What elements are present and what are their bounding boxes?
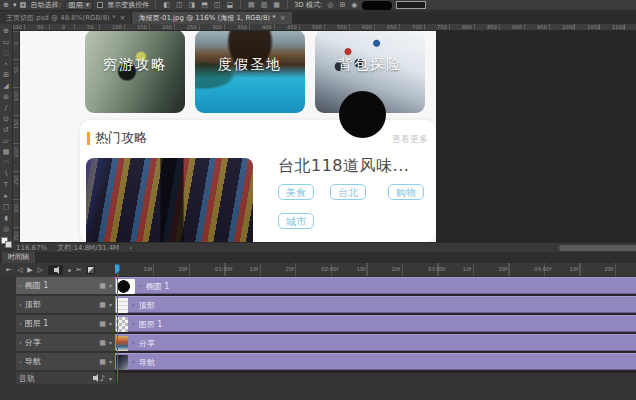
first-frame-button[interactable]: ⇤ [6,266,12,274]
type-tool-icon[interactable]: T [1,180,12,190]
track-header-2[interactable]: ›顶部▦▾ [16,296,115,313]
eraser-tool-icon[interactable]: ▱ [1,136,12,146]
magic-wand-tool-icon[interactable]: ⋆ [1,59,12,69]
history-brush-tool-icon[interactable]: ↺ [1,125,12,135]
track-header-5[interactable]: ›导航▦▾ [16,353,115,370]
distribute-v-icon[interactable]: ▤ [248,1,255,9]
hand-tool-icon[interactable]: ◖ [1,213,12,223]
ruler-tick-label: 550 [337,24,347,30]
speaker-icon [54,268,57,272]
tab-close-icon[interactable]: × [120,14,126,22]
expand-chevron-icon[interactable]: › [19,358,22,366]
ruler-tick-label: 100 [13,91,19,101]
card-title: 度假圣地 [195,56,305,74]
scissors-button[interactable]: ✂ [76,266,82,274]
distribute-h-icon[interactable]: ▥ [261,1,268,9]
ruler-tick-label: 100 [112,24,122,30]
track-header-3[interactable]: ›图层 1▦▾ [16,315,115,332]
video-clip-2[interactable]: ›顶部 [115,296,636,313]
marquee-tool-icon[interactable]: ▭ [1,37,12,47]
clip-chevron-icon[interactable]: › [132,301,135,309]
track-header-1[interactable]: ›椭圆 1▦▾ [16,277,115,294]
pen-tool-icon[interactable]: ∖ [1,169,12,179]
move-tool-icon[interactable]: ⊕ [1,26,12,36]
clip-chevron-icon[interactable]: › [132,320,135,328]
3d-mode-icon[interactable]: ◉ [351,1,357,9]
auto-select-checkbox[interactable] [20,2,26,8]
auto-select-dropdown[interactable]: 图层 ▾ [65,1,94,10]
heal-tool-icon[interactable]: ⊘ [1,92,12,102]
gradient-tool-icon[interactable]: ▦ [1,147,12,157]
horizontal-scrollbar[interactable] [559,245,636,251]
move-tool-icon[interactable]: ⊕ [3,1,9,9]
background-color-swatch[interactable] [5,241,12,248]
zoom-level[interactable]: 116.67% [16,244,47,252]
expand-chevron-icon[interactable]: › [19,339,22,347]
video-clip-3[interactable]: ›图层 1 [115,315,636,332]
playhead-marker[interactable] [115,264,120,274]
video-clip-5[interactable]: ›导航 [115,353,636,370]
align-left-icon[interactable]: ◧ [163,1,170,9]
divider [240,1,241,9]
track-options-caret-icon[interactable]: ▾ [109,358,112,365]
next-frame-button[interactable]: ▷ [38,266,43,274]
clip-chevron-icon[interactable]: › [132,339,135,347]
audio-options-caret-icon[interactable]: ▾ [109,375,112,382]
design-document[interactable]: 穷游攻略 度假圣地 背包探险 热门攻略 查看更多 台北118道风味... 美食 … [20,31,436,242]
lasso-tool-icon[interactable]: ◌ [1,48,12,58]
track-name: 椭圆 1 [25,280,97,291]
align-right-icon[interactable]: ◨ [189,1,196,9]
video-clip-1[interactable]: ›椭圆 1 [115,277,636,294]
clip-name: 图层 1 [139,319,163,330]
previous-frame-button[interactable]: ◁ [17,266,22,274]
align-center-h-icon[interactable]: ◫ [176,1,183,9]
ruler-tick-label: 0 [13,42,19,45]
align-bottom-icon[interactable]: ⬓ [226,1,233,9]
track-header-4[interactable]: ›分享▦▾ [16,334,115,351]
track-options-caret-icon[interactable]: ▾ [109,339,112,346]
transition-button[interactable] [87,266,95,274]
expand-chevron-icon[interactable]: › [19,301,22,309]
stamp-tool-icon[interactable]: ⊙ [1,114,12,124]
blur-tool-icon[interactable]: ◠ [1,158,12,168]
track-options-caret-icon[interactable]: ▾ [109,320,112,327]
show-transform-checkbox[interactable] [97,2,103,8]
ruler-tick-label: 800 [462,24,472,30]
video-clip-4[interactable]: ›分享 [115,334,636,351]
align-top-icon[interactable]: ⬒ [201,1,208,9]
clip-chevron-icon[interactable]: › [132,358,135,366]
document-tab-inactive[interactable]: 主页切图.psd @ 48.8%(RGB/8) * × [0,12,132,24]
play-button[interactable]: ▶ [27,266,32,274]
status-chevron-icon[interactable]: › [129,244,132,252]
3d-mode-icon[interactable]: ◎ [327,1,333,9]
3d-mode-icon[interactable]: ⊞ [339,1,345,9]
path-select-tool-icon[interactable]: ▸ [1,191,12,201]
eyedropper-tool-icon[interactable]: ◢ [1,81,12,91]
timeline-ruler[interactable]: 10f20f01:00f10f20f02:00f10f20f03:00f10f2… [115,263,636,277]
document-tab-active[interactable]: 海报页-01.jpg @ 116% (海报 1, RGB/8) * × [132,12,291,24]
brush-tool-icon[interactable]: ∕ [1,103,12,113]
track-options-caret-icon[interactable]: ▾ [109,282,112,289]
timeline-tab[interactable]: 时间轴 [2,252,35,263]
scrollbar-thumb[interactable] [559,245,636,251]
mute-dot-icon[interactable] [68,269,71,272]
align-middle-icon[interactable]: ◫ [214,1,221,9]
shape-tool-icon[interactable]: □ [1,202,12,212]
distribute-icon[interactable]: ▦ [273,1,280,9]
expand-chevron-icon[interactable]: › [19,320,22,328]
film-icon: ▦ [99,358,106,366]
tool-preset-caret-icon[interactable]: ▾ [13,1,17,9]
track-options-caret-icon[interactable]: ▾ [109,301,112,308]
zoom-tool-icon[interactable]: ◎ [1,224,12,234]
ruler-tick-label: 50 [13,67,19,73]
audio-toggle-button[interactable] [48,265,63,275]
timecode-label: 01:00f [214,265,231,271]
tab-close-icon[interactable]: × [280,14,286,22]
color-swatches[interactable] [1,237,12,242]
clip-chevron-icon[interactable]: › [139,282,142,290]
ruler-tick-label: 750 [437,24,447,30]
crop-tool-icon[interactable]: ⊞ [1,70,12,80]
expand-chevron-icon[interactable]: › [19,282,22,290]
show-transform-label: 显示变换控件 [107,0,149,10]
audio-track-header[interactable]: 音轨♪▾ [16,372,115,384]
